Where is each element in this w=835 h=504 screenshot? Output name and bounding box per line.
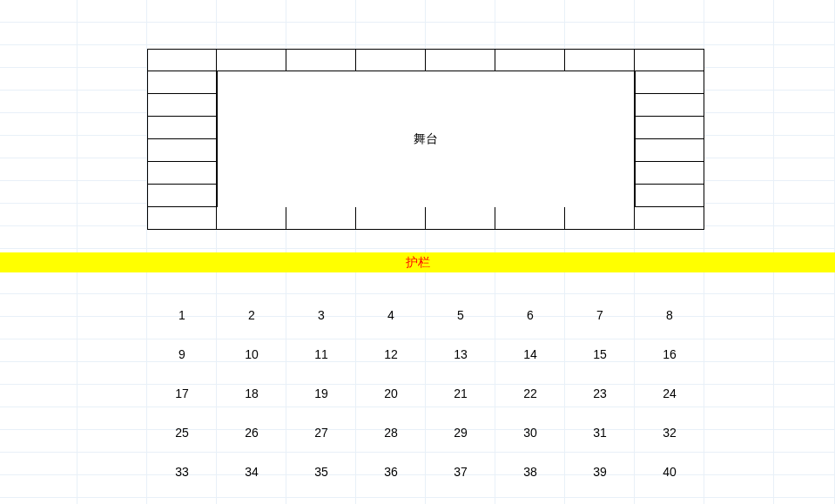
stage-border-cell (356, 207, 426, 230)
seat-cell: 27 (286, 413, 356, 452)
seat-cell: 31 (565, 413, 635, 452)
stage-border-cell (217, 207, 286, 230)
stage-border-cell (426, 49, 495, 71)
seat-cell: 33 (147, 452, 217, 491)
stage-border-cell (286, 49, 356, 71)
seat-cell: 37 (426, 452, 495, 491)
stage-bottom-row (147, 207, 704, 230)
seat-cell: 30 (495, 413, 565, 452)
seat-cell: 29 (426, 413, 495, 452)
seat-cell: 32 (635, 413, 704, 452)
seat-cell: 26 (217, 413, 286, 452)
seat-cell: 6 (495, 295, 565, 334)
seat-cell: 7 (565, 295, 635, 334)
stage-border-cell (147, 207, 217, 230)
stage-border-cell (147, 117, 217, 139)
seat-cell: 1 (147, 295, 217, 334)
stage-border-cell (147, 71, 217, 94)
stage-right-col (635, 71, 704, 207)
seat-cell: 35 (286, 452, 356, 491)
seat-cell: 36 (356, 452, 426, 491)
stage-outline: 舞台 (147, 49, 704, 230)
seat-cell: 15 (565, 334, 635, 373)
stage-border-cell (635, 117, 704, 139)
stage-border-cell (635, 49, 704, 71)
stage-left-col (147, 71, 217, 207)
stage-border-cell (565, 49, 635, 71)
seat-cell: 4 (356, 295, 426, 334)
stage-border-cell (635, 94, 704, 117)
stage-border-cell (635, 207, 704, 230)
seat-cell: 10 (217, 334, 286, 373)
stage-border-cell (565, 207, 635, 230)
stage-border-cell (635, 185, 704, 207)
seat-cell: 14 (495, 334, 565, 373)
stage-border-cell (426, 207, 495, 230)
stage-border-cell (147, 162, 217, 185)
stage-border-cell (635, 139, 704, 162)
stage-border-cell (217, 49, 286, 71)
seat-cell: 2 (217, 295, 286, 334)
seat-cell: 38 (495, 452, 565, 491)
seat-cell: 19 (286, 373, 356, 413)
stage-border-cell (147, 139, 217, 162)
stage-border-cell (356, 49, 426, 71)
seat-cell: 18 (217, 373, 286, 413)
seat-cell: 21 (426, 373, 495, 413)
seat-cell: 9 (147, 334, 217, 373)
seat-cell: 23 (565, 373, 635, 413)
seat-cell: 16 (635, 334, 704, 373)
seat-grid: 1234567891011121314151617181920212223242… (147, 295, 704, 491)
stage-border-cell (147, 49, 217, 71)
seat-cell: 3 (286, 295, 356, 334)
stage-border-cell (286, 207, 356, 230)
seat-cell: 8 (635, 295, 704, 334)
stage-border-cell (147, 94, 217, 117)
seat-cell: 39 (565, 452, 635, 491)
seat-cell: 20 (356, 373, 426, 413)
seat-cell: 40 (635, 452, 704, 491)
seat-cell: 24 (635, 373, 704, 413)
seat-cell: 22 (495, 373, 565, 413)
seat-cell: 11 (286, 334, 356, 373)
stage-top-row (147, 49, 704, 71)
seat-cell: 17 (147, 373, 217, 413)
stage-border-cell (147, 185, 217, 207)
barrier-bar: 护栏 (0, 252, 835, 272)
seat-cell: 5 (426, 295, 495, 334)
stage-border-cell (635, 71, 704, 94)
stage-border-cell (495, 49, 565, 71)
stage-center-label: 舞台 (217, 71, 635, 207)
seat-cell: 12 (356, 334, 426, 373)
stage-border-cell (635, 162, 704, 185)
seat-cell: 25 (147, 413, 217, 452)
seat-cell: 34 (217, 452, 286, 491)
stage-border-cell (495, 207, 565, 230)
seat-cell: 28 (356, 413, 426, 452)
seat-cell: 13 (426, 334, 495, 373)
